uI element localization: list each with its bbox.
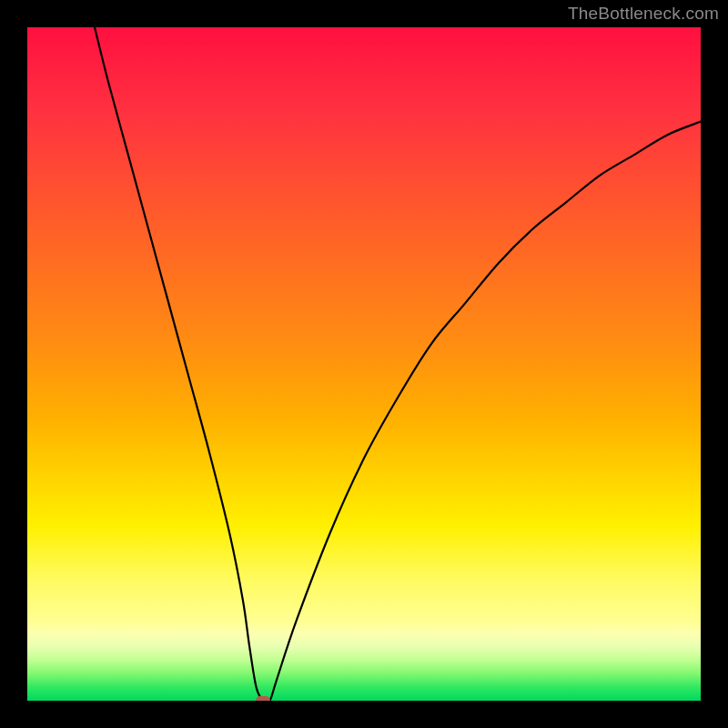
plot-area <box>27 27 701 701</box>
watermark-text: TheBottleneck.com <box>568 4 719 24</box>
chart-frame: TheBottleneck.com <box>0 0 728 728</box>
bottleneck-curve <box>27 27 701 701</box>
optimal-marker <box>256 696 270 701</box>
